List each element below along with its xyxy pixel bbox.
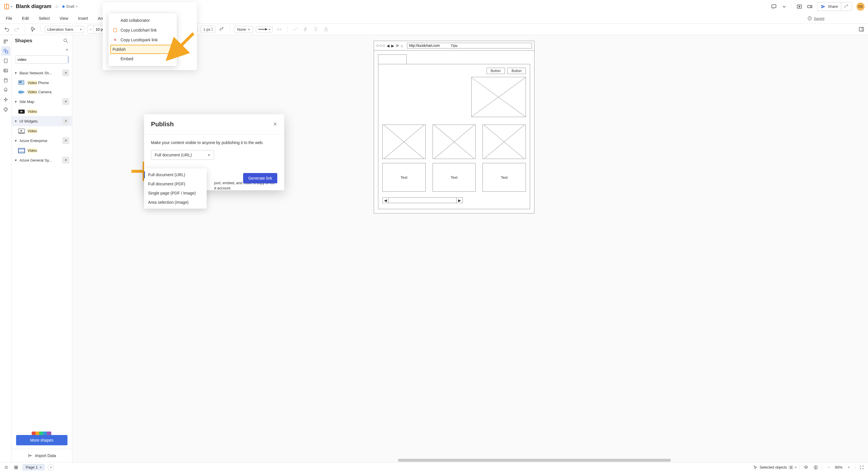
menu-edit[interactable]: Edit <box>20 15 31 22</box>
group-site-map[interactable]: ▼ Site Map <box>11 96 72 107</box>
grid-text-2[interactable]: Text <box>433 163 476 192</box>
grid-text-3[interactable]: Text <box>483 163 526 192</box>
list-view-button[interactable] <box>3 464 10 471</box>
paint-format-button[interactable] <box>29 26 36 33</box>
rail-shapes-button[interactable] <box>1 46 10 56</box>
share-menu-add-collaborator[interactable]: Add collaborator <box>108 15 177 25</box>
shape-item-uiwidgets-video[interactable]: Video <box>11 126 72 135</box>
line-start-select[interactable]: None ▾ <box>234 26 253 33</box>
menu-select[interactable]: Select <box>36 15 52 22</box>
zoom-out-button[interactable]: − <box>825 464 832 471</box>
redo-button[interactable] <box>13 26 21 33</box>
chevron-down-icon[interactable] <box>781 4 787 9</box>
lock-button[interactable] <box>322 26 330 33</box>
menu-insert[interactable]: Insert <box>76 15 90 22</box>
mock-button-1[interactable]: Button <box>487 68 505 74</box>
publish-option-pdf[interactable]: Full document (PDF) <box>144 179 207 189</box>
share-link-button[interactable] <box>841 3 851 11</box>
line-end-select[interactable]: ▾ <box>256 26 273 32</box>
pin-icon[interactable] <box>62 69 69 76</box>
share-menu-copy-lucidspark[interactable]: Copy Lucidspark link <box>108 35 177 45</box>
user-avatar[interactable]: DS <box>857 3 865 11</box>
shape-item-video-camera[interactable]: Video Camera. <box>11 87 72 96</box>
shape-item-sitemap-video[interactable]: Video <box>11 107 72 116</box>
selected-objects-indicator[interactable]: Selected objects 0 ▾ <box>753 465 797 470</box>
group-basic-network[interactable]: ▼ Basic Network Sh... <box>11 68 72 78</box>
group-ui-widgets[interactable]: ▼ UI Widgets <box>11 116 72 126</box>
present-icon[interactable] <box>797 4 802 9</box>
rail-pages-button[interactable] <box>1 56 10 65</box>
star-icon[interactable]: ☆ <box>55 4 59 9</box>
share-menu-publish[interactable]: Publish <box>110 45 175 54</box>
shapes-search-input[interactable] <box>15 56 68 63</box>
pin-icon[interactable] <box>62 157 69 163</box>
shapes-search-icon[interactable] <box>63 38 69 43</box>
page-tab[interactable]: Page 1 ▾ <box>22 464 45 471</box>
group-azure-enterprise[interactable]: ▼ Azure Enterprise <box>11 135 72 146</box>
action-button[interactable] <box>302 26 309 33</box>
undo-button[interactable] <box>3 26 10 33</box>
hero-image-placeholder[interactable] <box>471 77 526 117</box>
stroke-width-input[interactable]: 1 px ▴▾ <box>200 26 215 33</box>
browser-mockup[interactable]: ◀ ▶ ⟳ ⌂ Title Button Button <box>374 41 534 214</box>
generate-link-button[interactable]: Generate link <box>243 173 277 183</box>
grid-image-2[interactable] <box>433 125 476 159</box>
accessibility-button[interactable] <box>812 464 819 471</box>
share-menu-copy-lucidchart[interactable]: Copy Lucidchart link <box>108 25 177 35</box>
line-routing-button[interactable] <box>218 26 226 33</box>
publish-type-select[interactable]: Full document (URL) ▼ <box>151 150 214 160</box>
more-shapes-button[interactable]: More shapes <box>16 435 67 445</box>
record-icon[interactable] <box>807 4 813 9</box>
share-button[interactable]: Share <box>817 3 841 11</box>
panels-toggle-button[interactable] <box>858 26 865 33</box>
font-family-select[interactable]: Liberation Sans ▾ <box>45 26 84 33</box>
tab-mockup[interactable] <box>378 55 407 64</box>
group-azure-general[interactable]: ▼ Azure General Sy... <box>11 155 72 165</box>
publish-option-single-page[interactable]: Single page (PDF / Image) <box>144 189 207 198</box>
zoom-in-button[interactable]: + <box>845 464 852 471</box>
shapes-panel-close[interactable]: ✕ <box>65 48 69 52</box>
rail-ai-button[interactable] <box>1 95 10 104</box>
import-data-button[interactable]: Import Data <box>11 449 72 462</box>
saved-link[interactable]: Saved <box>814 17 825 21</box>
canvas-horizontal-scrollbar[interactable] <box>110 458 868 462</box>
lucid-logo[interactable]: ▾ <box>3 3 12 10</box>
rail-outline-button[interactable] <box>1 37 10 46</box>
zoom-level[interactable]: 80% <box>835 465 842 469</box>
rail-data-button[interactable] <box>1 76 10 85</box>
layers-button[interactable] <box>803 464 809 471</box>
rail-images-button[interactable] <box>1 66 10 75</box>
font-size-decrease[interactable]: − <box>87 25 94 33</box>
add-page-button[interactable]: + <box>48 464 54 471</box>
scrollbar-mockup[interactable]: ◀ ▶ <box>382 197 463 203</box>
pin-button[interactable] <box>312 26 319 33</box>
mock-button-2[interactable]: Button <box>507 68 526 74</box>
svg-rect-30 <box>19 91 23 94</box>
shape-item-video-phone[interactable]: Video Phone <box>11 78 72 87</box>
swap-ends-button[interactable] <box>276 26 283 33</box>
pin-icon[interactable] <box>62 118 69 125</box>
shapes-search-submit[interactable] <box>68 56 69 63</box>
grid-image-3[interactable] <box>483 125 526 159</box>
fullscreen-button[interactable] <box>858 464 865 471</box>
draft-status-chip[interactable]: Draft ▾ <box>62 4 78 9</box>
share-dropdown-menu: Add collaborator Copy Lucidchart link Co… <box>108 13 177 66</box>
publish-option-area[interactable]: Area selection (Image) <box>144 198 207 207</box>
rail-quickstart-button[interactable] <box>1 86 10 95</box>
pin-icon[interactable] <box>62 98 69 105</box>
close-icon[interactable]: ✕ <box>273 121 277 127</box>
share-menu-embed[interactable]: Embed <box>108 54 177 64</box>
pin-icon[interactable] <box>62 137 69 144</box>
shape-item-azure-video[interactable]: Video <box>11 146 72 155</box>
document-title[interactable]: Blank diagram <box>16 3 51 9</box>
grid-text-1[interactable]: Text <box>382 163 426 192</box>
link-button[interactable] <box>291 26 299 33</box>
menu-view[interactable]: View <box>57 15 71 22</box>
menu-file[interactable]: File <box>3 15 14 22</box>
comment-icon[interactable] <box>771 4 777 9</box>
publish-option-url[interactable]: Full document (URL) <box>144 170 207 179</box>
rail-plugins-button[interactable] <box>1 105 10 114</box>
grid-image-1[interactable] <box>382 125 426 159</box>
url-field[interactable] <box>407 43 532 49</box>
grid-view-button[interactable] <box>12 464 20 471</box>
